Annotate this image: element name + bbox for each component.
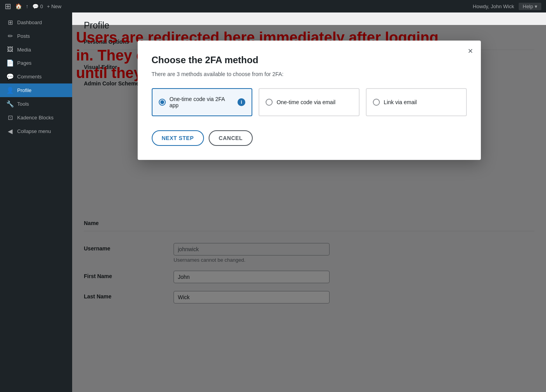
- 2fa-modal: × Choose the 2FA method There are 3 meth…: [138, 41, 481, 160]
- new-item-link[interactable]: + New: [47, 4, 61, 9]
- modal-close-button[interactable]: ×: [468, 47, 473, 55]
- sidebar-label-dashboard: Dashboard: [17, 20, 42, 25]
- sidebar-label-posts: Posts: [17, 33, 30, 39]
- comments-notif[interactable]: 💬 0: [32, 4, 43, 9]
- method-radio-email-link: [373, 99, 380, 106]
- sidebar-label-tools: Tools: [17, 101, 29, 107]
- sidebar-label-kadence: Kadence Blocks: [17, 115, 53, 121]
- comments-icon: 💬: [6, 73, 14, 80]
- method-option-email-code[interactable]: One-time code via email: [259, 88, 360, 116]
- sidebar-label-collapse: Collapse menu: [17, 128, 51, 134]
- sidebar: ⊞ Dashboard ✏ Posts 🖼 Media 📄 Pages 💬 Co…: [0, 12, 72, 392]
- method-option-app[interactable]: One-time code via 2FA app i: [152, 88, 253, 116]
- sidebar-item-tools[interactable]: 🔧 Tools: [0, 97, 72, 111]
- sidebar-nav: ⊞ Dashboard ✏ Posts 🖼 Media 📄 Pages 💬 Co…: [0, 12, 72, 141]
- method-label-app: One-time code via 2FA app: [170, 96, 234, 108]
- media-icon: 🖼: [6, 46, 14, 53]
- sidebar-item-posts[interactable]: ✏ Posts: [0, 29, 72, 43]
- sidebar-item-media[interactable]: 🖼 Media: [0, 43, 72, 56]
- profile-icon: 👤: [6, 87, 14, 94]
- pages-icon: 📄: [6, 59, 14, 67]
- method-options: One-time code via 2FA app i One-time cod…: [152, 88, 467, 116]
- collapse-icon: ◀: [6, 128, 14, 135]
- sidebar-item-profile[interactable]: 👤 Profile: [0, 83, 72, 97]
- sidebar-label-media: Media: [17, 47, 31, 53]
- kadence-icon: ⊡: [6, 114, 14, 121]
- dashboard-icon: ⊞: [6, 19, 14, 26]
- sidebar-item-collapse[interactable]: ◀ Collapse menu: [0, 124, 72, 138]
- sidebar-item-comments[interactable]: 💬 Comments: [0, 70, 72, 83]
- method-label-email-code: One-time code via email: [277, 99, 335, 105]
- help-chevron-icon: ▾: [535, 4, 537, 9]
- cancel-button[interactable]: CANCEL: [209, 130, 253, 146]
- sidebar-label-profile: Profile: [17, 87, 32, 93]
- comment-icon: 💬: [32, 4, 39, 9]
- content-area: Profile Personal Options Visual Editor D…: [72, 12, 546, 392]
- method-option-email-link[interactable]: Link via email: [366, 88, 467, 116]
- method-radio-email-code: [266, 99, 273, 106]
- info-icon-app[interactable]: i: [238, 98, 245, 106]
- sidebar-label-pages: Pages: [17, 60, 32, 66]
- modal-overlay: × Choose the 2FA method There are 3 meth…: [72, 25, 546, 392]
- updates-icon[interactable]: ↑: [26, 3, 28, 9]
- sidebar-item-pages[interactable]: 📄 Pages: [0, 56, 72, 70]
- howdy-text: Howdy, John Wick: [473, 4, 514, 9]
- site-home-icon[interactable]: 🏠: [15, 3, 22, 9]
- wp-logo-icon[interactable]: ⊞: [5, 2, 11, 11]
- modal-title: Choose the 2FA method: [152, 55, 467, 66]
- next-step-button[interactable]: NEXT STEP: [152, 130, 204, 146]
- notif-count: 0: [40, 4, 43, 9]
- tools-icon: 🔧: [6, 100, 14, 108]
- help-button[interactable]: Help ▾: [519, 3, 541, 10]
- method-radio-app: [159, 99, 166, 106]
- sidebar-label-comments: Comments: [17, 74, 42, 80]
- method-label-email-link: Link via email: [384, 99, 417, 105]
- sidebar-item-kadence[interactable]: ⊡ Kadence Blocks: [0, 111, 72, 124]
- modal-description: There are 3 methods available to choose …: [152, 71, 467, 77]
- posts-icon: ✏: [6, 32, 14, 40]
- modal-actions: NEXT STEP CANCEL: [152, 130, 467, 146]
- sidebar-item-dashboard[interactable]: ⊞ Dashboard: [0, 16, 72, 29]
